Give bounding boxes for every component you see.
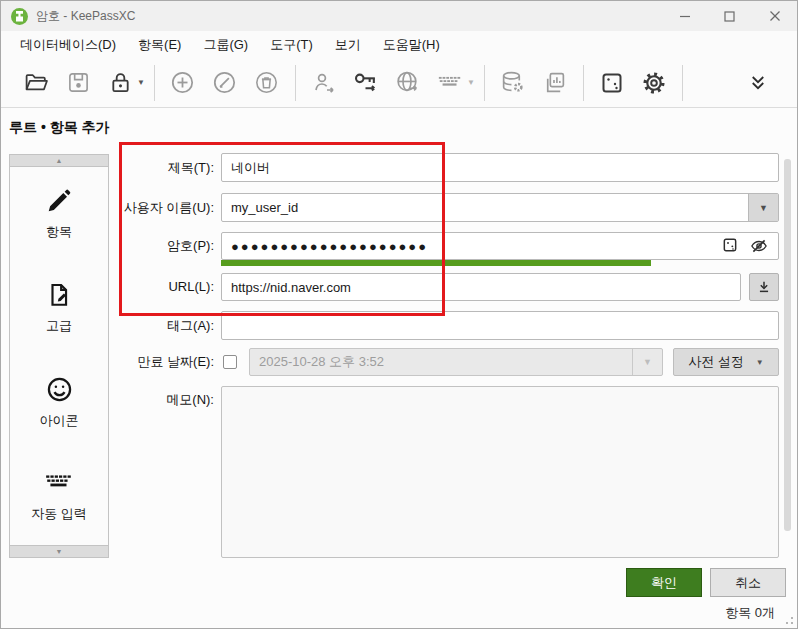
close-button[interactable] [752, 1, 797, 31]
lock-icon [109, 71, 132, 94]
save-database-button[interactable] [65, 70, 91, 96]
username-dropdown-button[interactable]: ▼ [748, 194, 778, 221]
expires-checkbox[interactable] [223, 355, 237, 369]
expand-toolbar-button[interactable] [745, 70, 771, 96]
keepassxc-logo-icon [11, 8, 28, 25]
minimize-button[interactable] [662, 1, 707, 31]
menu-view[interactable]: 보기 [324, 32, 372, 58]
chevron-down-icon: ▼ [759, 203, 768, 213]
menu-bar: 데이터베이스(D) 항목(E) 그룹(G) 도구(T) 보기 도움말(H) [1, 31, 797, 58]
form-scrollbar[interactable] [784, 159, 791, 531]
download-icon [757, 280, 771, 294]
expire-dropdown-disabled: ▼ [632, 349, 662, 375]
copy-url-button[interactable] [395, 70, 421, 96]
save-icon [67, 71, 90, 94]
expire-datetime-value: 2025-10-28 오후 3:52 [250, 353, 632, 371]
toolbar-separator [583, 65, 584, 101]
title-bar: 암호 - KeePassXC [1, 1, 797, 31]
database-gear-icon [500, 70, 525, 95]
menu-database[interactable]: 데이터베이스(D) [9, 32, 127, 58]
open-folder-icon [24, 70, 49, 95]
keyboard-icon [44, 472, 74, 496]
entry-count-status: 항목 0개 [725, 604, 775, 622]
keepassxc-window: 암호 - KeePassXC 데이터베이스(D) 항목(E) 그룹(G) 도구(… [0, 0, 798, 629]
cancel-button[interactable]: 취소 [710, 568, 786, 597]
maximize-button[interactable] [707, 1, 752, 31]
toolbar-separator [484, 65, 485, 101]
sidebar-item-label: 아이콘 [40, 412, 79, 430]
notes-label: 메모(N): [61, 386, 214, 414]
chevron-down-icon: ▼ [756, 358, 764, 367]
gear-icon [641, 70, 667, 96]
password-label: 암호(P): [61, 232, 214, 260]
reports-icon [542, 70, 567, 95]
sidebar-item-autotype[interactable]: 자동 입력 [10, 451, 108, 546]
edit-entry-button[interactable] [212, 70, 238, 96]
password-value: ●●●●●●●●●●●●●●●●●●●● [222, 239, 722, 254]
autotype-dropdown-arrow-icon[interactable]: ▼ [467, 78, 475, 87]
toolbar-separator [295, 65, 296, 101]
expire-datetime-field: 2025-10-28 오후 3:52 ▼ [249, 348, 663, 376]
autotype-button[interactable] [437, 70, 463, 96]
add-entry-button[interactable] [170, 70, 196, 96]
menu-group[interactable]: 그룹(G) [192, 32, 259, 58]
chevron-down-icon: ▼ [643, 357, 652, 367]
eye-slash-icon[interactable] [750, 237, 768, 255]
menu-tools[interactable]: 도구(T) [259, 32, 324, 58]
trash-circle-icon [254, 70, 279, 95]
title-label: 제목(T): [61, 153, 214, 182]
window-title: 암호 - KeePassXC [36, 8, 135, 25]
tags-label: 태그(A): [61, 311, 214, 340]
menu-help[interactable]: 도움말(H) [372, 32, 451, 58]
person-arrow-icon [312, 71, 336, 95]
password-generator-button[interactable] [599, 70, 625, 96]
menu-entry[interactable]: 항목(E) [127, 32, 192, 58]
notes-textarea[interactable] [221, 386, 779, 558]
url-input[interactable] [221, 273, 741, 301]
download-favicon-button[interactable] [749, 273, 779, 301]
tags-input[interactable] [221, 311, 779, 340]
close-icon [769, 10, 781, 22]
presets-button[interactable]: 사전 설정 ▼ [673, 348, 779, 376]
password-strength-bar [221, 260, 779, 266]
maximize-icon [724, 11, 735, 22]
ok-button[interactable]: 확인 [626, 568, 702, 597]
globe-arrow-icon [395, 70, 420, 95]
open-database-button[interactable] [23, 70, 49, 96]
title-input[interactable] [221, 153, 779, 182]
keyboard-icon [437, 69, 463, 96]
settings-button[interactable] [641, 70, 667, 96]
lock-dropdown-arrow-icon[interactable]: ▼ [137, 78, 145, 87]
toolbar: ▼ ▼ [1, 58, 797, 108]
username-combobox[interactable]: my_user_id ▼ [221, 193, 779, 222]
copy-username-button[interactable] [311, 70, 337, 96]
edit-circle-icon [212, 70, 237, 95]
page-title: 루트 • 항목 추가 [9, 119, 110, 137]
toolbar-separator [682, 65, 683, 101]
url-label: URL(L): [61, 273, 214, 301]
sidebar-item-label: 자동 입력 [31, 505, 87, 523]
username-label: 사용자 이름(U): [61, 193, 214, 222]
delete-entry-button[interactable] [254, 70, 280, 96]
expires-label: 만료 날짜(E): [61, 348, 214, 376]
sidebar-scroll-down-button[interactable]: ▼ [9, 545, 109, 558]
presets-label: 사전 설정 [688, 353, 744, 371]
reports-button[interactable] [542, 70, 568, 96]
toolbar-separator [154, 65, 155, 101]
generate-password-dice-icon[interactable] [722, 237, 738, 253]
plus-circle-icon [170, 70, 195, 95]
dice-icon [600, 71, 624, 95]
resize-grip[interactable] [784, 615, 794, 625]
key-arrow-icon [353, 70, 378, 95]
database-settings-button[interactable] [500, 70, 526, 96]
minimize-icon [679, 10, 691, 22]
lock-database-button[interactable] [107, 70, 133, 96]
password-field[interactable]: ●●●●●●●●●●●●●●●●●●●● [221, 232, 779, 260]
copy-password-button[interactable] [353, 70, 379, 96]
chevron-double-down-icon [749, 74, 767, 92]
username-value: my_user_id [222, 200, 748, 215]
